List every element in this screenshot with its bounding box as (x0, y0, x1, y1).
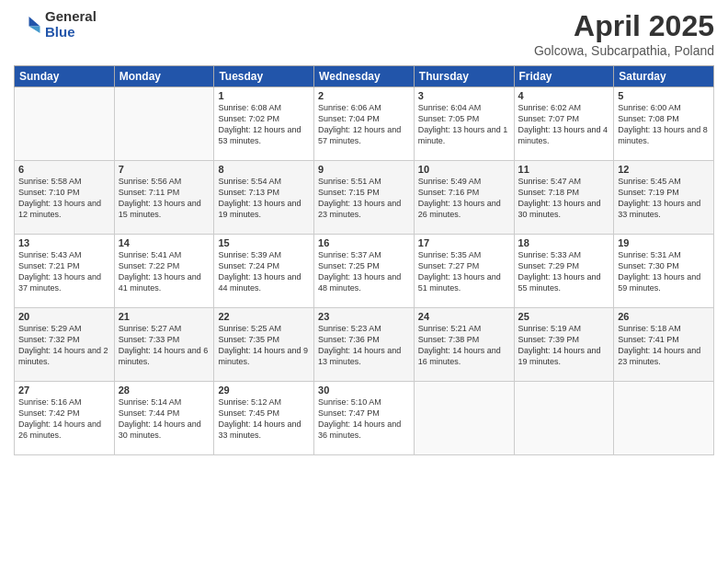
table-row: 24 Sunrise: 5:21 AMSunset: 7:38 PMDaylig… (414, 308, 514, 382)
day-number: 6 (18, 164, 110, 175)
day-info: Sunrise: 5:14 AMSunset: 7:44 PMDaylight:… (119, 397, 201, 440)
day-info: Sunrise: 5:31 AMSunset: 7:30 PMDaylight:… (618, 250, 700, 293)
table-row: 19 Sunrise: 5:31 AMSunset: 7:30 PMDaylig… (614, 235, 714, 308)
day-info: Sunrise: 5:43 AMSunset: 7:21 PMDaylight:… (18, 250, 101, 293)
logo-icon (14, 11, 41, 39)
table-row (114, 87, 214, 161)
day-info: Sunrise: 5:18 AMSunset: 7:41 PMDaylight:… (618, 324, 700, 366)
col-monday: Monday (114, 66, 214, 87)
day-info: Sunrise: 5:58 AMSunset: 7:10 PMDaylight:… (18, 177, 101, 219)
day-info: Sunrise: 5:16 AMSunset: 7:42 PMDaylight:… (18, 397, 101, 440)
title-block: April 2025 Golcowa, Subcarpathia, Poland (534, 9, 714, 58)
day-number: 9 (318, 164, 410, 175)
day-info: Sunrise: 5:29 AMSunset: 7:32 PMDaylight:… (18, 324, 108, 366)
table-row: 3 Sunrise: 6:04 AMSunset: 7:05 PMDayligh… (414, 87, 514, 161)
day-number: 21 (119, 311, 210, 322)
logo-general-text: General (45, 9, 97, 25)
table-row: 14 Sunrise: 5:41 AMSunset: 7:22 PMDaylig… (114, 235, 214, 308)
table-row: 25 Sunrise: 5:19 AMSunset: 7:39 PMDaylig… (514, 308, 614, 382)
table-row: 2 Sunrise: 6:06 AMSunset: 7:04 PMDayligh… (314, 87, 415, 161)
table-row: 9 Sunrise: 5:51 AMSunset: 7:15 PMDayligh… (314, 161, 415, 235)
day-number: 30 (318, 385, 410, 396)
table-row: 4 Sunrise: 6:02 AMSunset: 7:07 PMDayligh… (514, 87, 614, 161)
day-info: Sunrise: 5:41 AMSunset: 7:22 PMDaylight:… (119, 250, 201, 293)
table-row: 17 Sunrise: 5:35 AMSunset: 7:27 PMDaylig… (414, 235, 514, 308)
day-info: Sunrise: 5:10 AMSunset: 7:47 PMDaylight:… (318, 397, 401, 440)
day-info: Sunrise: 5:19 AMSunset: 7:39 PMDaylight:… (518, 324, 601, 366)
day-number: 28 (119, 385, 210, 396)
day-number: 15 (218, 237, 310, 248)
calendar-week-1: 1 Sunrise: 6:08 AMSunset: 7:02 PMDayligh… (15, 87, 714, 161)
table-row: 23 Sunrise: 5:23 AMSunset: 7:36 PMDaylig… (314, 308, 415, 382)
table-row: 7 Sunrise: 5:56 AMSunset: 7:11 PMDayligh… (114, 161, 214, 235)
col-saturday: Saturday (614, 66, 714, 87)
day-info: Sunrise: 5:12 AMSunset: 7:45 PMDaylight:… (218, 397, 301, 440)
calendar-week-4: 20 Sunrise: 5:29 AMSunset: 7:32 PMDaylig… (15, 308, 714, 382)
svg-marker-0 (29, 17, 40, 27)
page-header: General Blue April 2025 Golcowa, Subcarp… (14, 9, 714, 58)
table-row: 27 Sunrise: 5:16 AMSunset: 7:42 PMDaylig… (15, 382, 115, 455)
logo-text: General Blue (45, 9, 97, 40)
day-number: 25 (518, 311, 610, 322)
day-info: Sunrise: 5:25 AMSunset: 7:35 PMDaylight:… (218, 324, 308, 366)
day-number: 8 (218, 164, 310, 175)
col-thursday: Thursday (414, 66, 514, 87)
day-info: Sunrise: 5:45 AMSunset: 7:19 PMDaylight:… (618, 177, 700, 219)
table-row (15, 87, 115, 161)
calendar-header-row: Sunday Monday Tuesday Wednesday Thursday… (15, 66, 714, 87)
day-number: 4 (518, 90, 610, 101)
day-number: 1 (218, 90, 310, 101)
day-number: 23 (318, 311, 410, 322)
day-number: 19 (618, 237, 710, 248)
day-info: Sunrise: 5:56 AMSunset: 7:11 PMDaylight:… (119, 177, 201, 219)
calendar-week-2: 6 Sunrise: 5:58 AMSunset: 7:10 PMDayligh… (15, 161, 714, 235)
table-row: 13 Sunrise: 5:43 AMSunset: 7:21 PMDaylig… (15, 235, 115, 308)
logo-blue-text: Blue (45, 25, 97, 40)
day-number: 7 (119, 164, 210, 175)
day-info: Sunrise: 5:27 AMSunset: 7:33 PMDaylight:… (119, 324, 209, 366)
day-info: Sunrise: 5:54 AMSunset: 7:13 PMDaylight:… (218, 177, 301, 219)
svg-marker-1 (29, 26, 40, 33)
day-number: 17 (418, 237, 510, 248)
day-number: 22 (218, 311, 310, 322)
day-info: Sunrise: 5:23 AMSunset: 7:36 PMDaylight:… (318, 324, 401, 366)
table-row (614, 382, 714, 455)
table-row: 21 Sunrise: 5:27 AMSunset: 7:33 PMDaylig… (114, 308, 214, 382)
day-info: Sunrise: 6:02 AMSunset: 7:07 PMDaylight:… (518, 103, 609, 145)
table-row: 15 Sunrise: 5:39 AMSunset: 7:24 PMDaylig… (214, 235, 314, 308)
day-number: 2 (318, 90, 410, 101)
day-number: 3 (418, 90, 510, 101)
day-info: Sunrise: 6:00 AMSunset: 7:08 PMDaylight:… (618, 103, 708, 145)
table-row: 1 Sunrise: 6:08 AMSunset: 7:02 PMDayligh… (214, 87, 314, 161)
calendar-week-3: 13 Sunrise: 5:43 AMSunset: 7:21 PMDaylig… (15, 235, 714, 308)
day-info: Sunrise: 5:51 AMSunset: 7:15 PMDaylight:… (318, 177, 401, 219)
table-row (514, 382, 614, 455)
day-info: Sunrise: 5:49 AMSunset: 7:16 PMDaylight:… (418, 177, 501, 219)
col-wednesday: Wednesday (314, 66, 415, 87)
day-info: Sunrise: 5:39 AMSunset: 7:24 PMDaylight:… (218, 250, 301, 293)
day-info: Sunrise: 6:06 AMSunset: 7:04 PMDaylight:… (318, 103, 401, 145)
table-row: 11 Sunrise: 5:47 AMSunset: 7:18 PMDaylig… (514, 161, 614, 235)
day-number: 5 (618, 90, 710, 101)
location-subtitle: Golcowa, Subcarpathia, Poland (534, 43, 714, 58)
col-sunday: Sunday (15, 66, 115, 87)
table-row: 8 Sunrise: 5:54 AMSunset: 7:13 PMDayligh… (214, 161, 314, 235)
table-row: 12 Sunrise: 5:45 AMSunset: 7:19 PMDaylig… (614, 161, 714, 235)
table-row: 10 Sunrise: 5:49 AMSunset: 7:16 PMDaylig… (414, 161, 514, 235)
table-row: 6 Sunrise: 5:58 AMSunset: 7:10 PMDayligh… (15, 161, 115, 235)
day-number: 29 (218, 385, 310, 396)
day-info: Sunrise: 5:33 AMSunset: 7:29 PMDaylight:… (518, 250, 601, 293)
month-title: April 2025 (534, 9, 714, 43)
day-info: Sunrise: 5:37 AMSunset: 7:25 PMDaylight:… (318, 250, 401, 293)
table-row: 20 Sunrise: 5:29 AMSunset: 7:32 PMDaylig… (15, 308, 115, 382)
day-info: Sunrise: 5:35 AMSunset: 7:27 PMDaylight:… (418, 250, 501, 293)
day-number: 24 (418, 311, 510, 322)
day-info: Sunrise: 5:47 AMSunset: 7:18 PMDaylight:… (518, 177, 601, 219)
table-row: 30 Sunrise: 5:10 AMSunset: 7:47 PMDaylig… (314, 382, 415, 455)
day-number: 16 (318, 237, 410, 248)
day-number: 14 (119, 237, 210, 248)
day-info: Sunrise: 6:08 AMSunset: 7:02 PMDaylight:… (218, 103, 301, 145)
day-number: 20 (18, 311, 110, 322)
day-number: 10 (418, 164, 510, 175)
table-row: 29 Sunrise: 5:12 AMSunset: 7:45 PMDaylig… (214, 382, 314, 455)
